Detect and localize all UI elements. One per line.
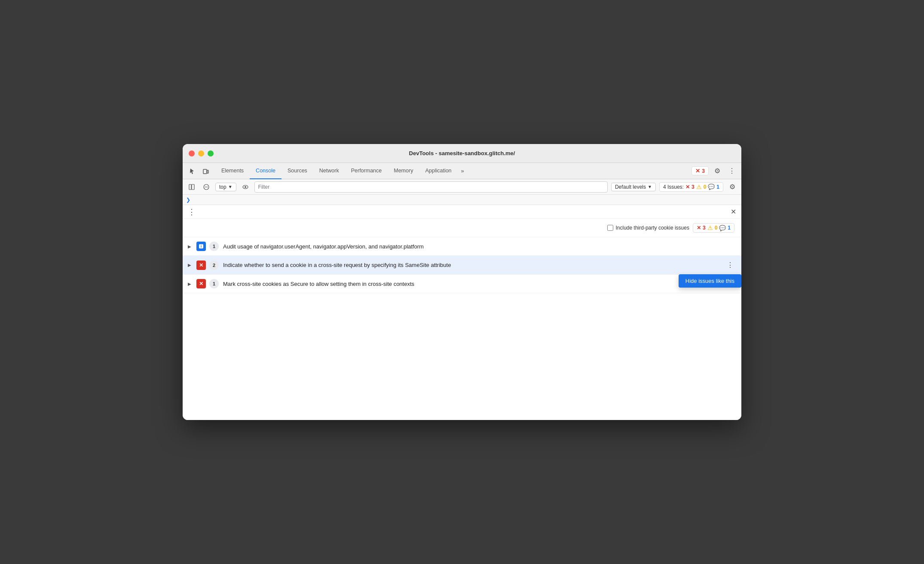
- tabs: Elements Console Sources Network Perform…: [215, 163, 691, 179]
- issue-header-right: Include third-party cookie issues ✕ 3 ⚠ …: [607, 223, 734, 233]
- device-icon[interactable]: [200, 165, 212, 177]
- settings-icon[interactable]: ⚙: [711, 165, 723, 177]
- console-toolbar: top ▼ Default levels ▼ 4 Issues: ✕ 3 ⚠ 0…: [183, 179, 741, 195]
- issue-text-2: Indicate whether to send a cookie in a c…: [223, 262, 724, 268]
- tab-bar: Elements Console Sources Network Perform…: [183, 163, 741, 179]
- header-error-icon: ✕: [697, 225, 701, 231]
- error-x-icon: ✕: [695, 168, 700, 174]
- header-error-badge: ✕ 3 ⚠ 0 💬 1: [693, 223, 734, 233]
- error-count: 3: [702, 168, 705, 174]
- third-party-cookie-checkbox-label[interactable]: Include third-party cookie issues: [607, 225, 689, 231]
- tab-application[interactable]: Application: [419, 163, 457, 179]
- chevron-right-icon: ❯: [186, 197, 190, 203]
- tab-sources[interactable]: Sources: [281, 163, 313, 179]
- menu-row: ⋮ ✕: [183, 205, 741, 219]
- traffic-lights: [189, 150, 214, 156]
- console-content: ⋮ ✕ Include third-party cookie issues ✕ …: [183, 205, 741, 420]
- issue-text-3: Mark cross-site cookies as Secure to all…: [223, 281, 736, 287]
- svg-text:i: i: [201, 244, 202, 248]
- tab-elements[interactable]: Elements: [215, 163, 250, 179]
- error-icon: ✕: [196, 279, 206, 288]
- minimize-button[interactable]: [198, 150, 204, 156]
- expand-arrow-icon: ▶: [188, 263, 193, 267]
- issues-warning-icon: ⚠: [696, 184, 702, 190]
- issue-count-3: 1: [209, 279, 219, 288]
- chevron-down-icon: ▼: [648, 184, 652, 189]
- expand-arrow-icon: ▶: [188, 244, 193, 249]
- expand-arrow-icon: ▶: [188, 282, 193, 286]
- hide-issues-popup[interactable]: Hide issues like this: [679, 274, 741, 288]
- cursor-icon[interactable]: [186, 165, 198, 177]
- svg-rect-1: [207, 170, 208, 173]
- svg-rect-0: [203, 169, 207, 174]
- window-title: DevTools - samesite-sandbox.glitch.me/: [409, 150, 515, 156]
- row-menu-icon[interactable]: ⋮: [724, 260, 736, 270]
- tab-performance[interactable]: Performance: [345, 163, 388, 179]
- cancel-icon[interactable]: [201, 181, 212, 193]
- sidebar-toggle-icon[interactable]: [186, 181, 197, 193]
- issues-badge[interactable]: 4 Issues: ✕ 3 ⚠ 0 💬 1: [659, 182, 723, 192]
- filter-input[interactable]: [254, 181, 608, 193]
- close-icon[interactable]: ✕: [731, 208, 736, 216]
- eye-icon[interactable]: [240, 181, 251, 193]
- issues-error-icon: ✕: [685, 184, 690, 190]
- svg-rect-2: [189, 184, 191, 190]
- maximize-button[interactable]: [208, 150, 214, 156]
- third-party-cookie-checkbox[interactable]: [607, 225, 613, 231]
- issue-row[interactable]: ▶ ✕ 2 Indicate whether to send a cookie …: [183, 256, 741, 275]
- header-info-icon: 💬: [719, 225, 726, 231]
- context-menu-icon[interactable]: ⋮: [188, 208, 196, 216]
- error-icon: ✕: [196, 261, 206, 270]
- title-bar: DevTools - samesite-sandbox.glitch.me/: [183, 144, 741, 163]
- issues-info-icon: 💬: [708, 184, 715, 190]
- tab-overflow[interactable]: »: [458, 168, 468, 174]
- chevron-down-icon: ▼: [228, 184, 233, 189]
- issue-count-2: 2: [209, 261, 219, 270]
- blue-chevron-row: ❯: [183, 195, 741, 205]
- issue-row[interactable]: ▶ ✕ 1 Mark cross-site cookies as Secure …: [183, 275, 741, 293]
- tab-network[interactable]: Network: [313, 163, 345, 179]
- devtools-window: DevTools - samesite-sandbox.glitch.me/ E…: [183, 144, 741, 420]
- issue-text-1: Audit usage of navigator.userAgent, navi…: [223, 243, 736, 250]
- header-warning-icon: ⚠: [707, 224, 713, 231]
- close-button[interactable]: [189, 150, 195, 156]
- issue-header-row: Include third-party cookie issues ✕ 3 ⚠ …: [183, 219, 741, 237]
- error-count-badge: ✕ 3: [691, 166, 709, 175]
- default-levels-dropdown[interactable]: Default levels ▼: [611, 183, 656, 191]
- svg-rect-3: [192, 184, 194, 190]
- issue-row[interactable]: ▶ i 1 Audit usage of navigator.userAgent…: [183, 237, 741, 256]
- svg-point-7: [245, 186, 246, 188]
- tab-console[interactable]: Console: [250, 163, 281, 179]
- tab-memory[interactable]: Memory: [388, 163, 419, 179]
- tab-bar-right: ✕ 3 ⚙ ⋮: [691, 165, 738, 177]
- info-icon: i: [196, 242, 206, 251]
- issue-count-1: 1: [209, 242, 219, 251]
- console-settings-icon[interactable]: ⚙: [727, 181, 738, 193]
- more-icon[interactable]: ⋮: [726, 165, 738, 177]
- tab-bar-tools: [186, 165, 212, 177]
- context-selector[interactable]: top ▼: [215, 183, 236, 191]
